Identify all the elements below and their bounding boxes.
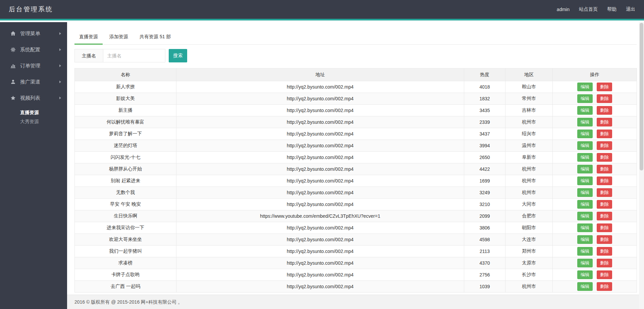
cell-operations: 编辑删除 xyxy=(553,93,637,105)
edit-button[interactable]: 编辑 xyxy=(577,200,593,209)
cell-area: 杭州市 xyxy=(505,116,553,128)
cell-operations: 编辑删除 xyxy=(553,234,637,246)
table-row: 卡牌子点歌哟http://yq2.bysunto.com/002.mp42756… xyxy=(75,269,637,281)
search-label: 主播名 xyxy=(74,49,103,62)
delete-button[interactable]: 删除 xyxy=(597,200,612,209)
cell-url: http://yq2.bysunto.com/002.mp4 xyxy=(176,116,464,128)
cell-url: http://yq2.bysunto.com/002.mp4 xyxy=(176,81,464,93)
cell-name: 迷茫的灯塔 xyxy=(75,140,176,152)
sidebar-item-system[interactable]: 系统配置 xyxy=(0,42,67,58)
cell-name: 求凑榜 xyxy=(75,257,176,269)
delete-button[interactable]: 删除 xyxy=(597,270,612,279)
edit-button[interactable]: 编辑 xyxy=(577,165,593,173)
cell-area: 绍兴市 xyxy=(505,128,553,140)
cell-url: http://yq2.bysunto.com/002.mp4 xyxy=(176,257,464,269)
cell-heat: 2099 xyxy=(464,210,505,222)
delete-button[interactable]: 删除 xyxy=(597,165,612,173)
edit-button[interactable]: 编辑 xyxy=(577,235,593,244)
navbar-link-site-home[interactable]: 站点首页 xyxy=(579,6,598,12)
search-form: 主播名 搜索 xyxy=(74,49,637,62)
edit-button[interactable]: 编辑 xyxy=(577,259,593,267)
edit-button[interactable]: 编辑 xyxy=(577,270,593,279)
sidebar-item-label: 管理菜单 xyxy=(20,31,59,37)
cell-url: http://yq2.bysunto.com/002.mp4 xyxy=(176,246,464,257)
edit-button[interactable]: 编辑 xyxy=(577,223,593,232)
cell-heat: 3994 xyxy=(464,140,505,152)
cell-name: 卡牌子点歌哟 xyxy=(75,269,176,281)
delete-button[interactable]: 删除 xyxy=(597,141,612,150)
edit-button[interactable]: 编辑 xyxy=(577,247,593,256)
edit-button[interactable]: 编辑 xyxy=(577,141,593,150)
delete-button[interactable]: 删除 xyxy=(597,153,612,162)
cell-url: http://yq2.bysunto.com/002.mp4 xyxy=(176,269,464,281)
search-button[interactable]: 搜索 xyxy=(169,49,187,62)
scrollbar-thumb[interactable] xyxy=(640,23,643,170)
edit-button[interactable]: 编辑 xyxy=(577,130,593,138)
delete-button[interactable]: 删除 xyxy=(597,83,612,91)
tab-live-resources[interactable]: 直播资源 xyxy=(74,31,103,45)
navbar-link-help[interactable]: 帮助 xyxy=(607,6,616,12)
table-header-row: 名称地址热度地区操作 xyxy=(75,68,637,81)
delete-button[interactable]: 删除 xyxy=(597,259,612,267)
column-header: 名称 xyxy=(75,68,176,81)
search-input[interactable] xyxy=(103,49,165,62)
delete-button[interactable]: 删除 xyxy=(597,118,612,126)
table-row: 何以解忧唯有暴富http://yq2.bysunto.com/002.mp423… xyxy=(75,116,637,128)
sidebar-item-videos[interactable]: 视频列表 xyxy=(0,90,67,106)
cell-name: 别闹 赶紧进来 xyxy=(75,175,176,187)
edit-button[interactable]: 编辑 xyxy=(577,212,593,220)
table-row: 进来我采访你一下http://yq2.bysunto.com/002.mp438… xyxy=(75,222,637,234)
user-icon xyxy=(10,79,17,85)
sidebar-subitem-live-resources[interactable]: 直播资源 xyxy=(0,108,67,117)
delete-button[interactable]: 删除 xyxy=(597,106,612,115)
tab-add-resource[interactable]: 添加资源 xyxy=(105,31,133,45)
edit-button[interactable]: 编辑 xyxy=(577,118,593,126)
cell-operations: 编辑删除 xyxy=(553,116,637,128)
delete-button[interactable]: 删除 xyxy=(597,282,612,291)
sidebar-item-label: 订单管理 xyxy=(20,63,59,69)
cell-heat: 4422 xyxy=(464,163,505,175)
delete-button[interactable]: 删除 xyxy=(597,130,612,138)
delete-button[interactable]: 删除 xyxy=(597,223,612,232)
navbar-link-admin[interactable]: admin xyxy=(557,7,570,12)
scrollbar-track[interactable] xyxy=(639,22,644,309)
cell-heat: 2756 xyxy=(464,269,505,281)
edit-button[interactable]: 编辑 xyxy=(577,94,593,103)
cell-name: 早安 午安 晚安 xyxy=(75,199,176,210)
navbar-link-logout[interactable]: 退出 xyxy=(626,6,635,12)
sidebar-subitem-show-resources[interactable]: 大秀资源 xyxy=(0,117,67,126)
table-row: 新主播http://yq2.bysunto.com/002.mp43435吉林市… xyxy=(75,105,637,116)
delete-button[interactable]: 删除 xyxy=(597,247,612,256)
delete-button[interactable]: 删除 xyxy=(597,235,612,244)
table-row: 杨胖胖从心开始http://yq2.bysunto.com/002.mp4442… xyxy=(75,163,637,175)
edit-button[interactable]: 编辑 xyxy=(577,188,593,197)
cell-area: 杭州市 xyxy=(505,163,553,175)
edit-button[interactable]: 编辑 xyxy=(577,106,593,115)
delete-button[interactable]: 删除 xyxy=(597,188,612,197)
main-content: 直播资源添加资源共有资源 51 部 主播名 搜索 名称地址热度地区操作 新人求撩… xyxy=(67,22,644,309)
cell-area: 杭州市 xyxy=(505,187,553,199)
edit-button[interactable]: 编辑 xyxy=(577,153,593,162)
cell-area: 常州市 xyxy=(505,93,553,105)
sidebar-item-promotion[interactable]: 推广渠道 xyxy=(0,74,67,90)
cell-area: 朝阳市 xyxy=(505,222,553,234)
edit-button[interactable]: 编辑 xyxy=(577,176,593,185)
cell-area: 杭州市 xyxy=(505,175,553,187)
chevron-right-icon xyxy=(59,81,61,83)
delete-button[interactable]: 删除 xyxy=(597,94,612,103)
delete-button[interactable]: 删除 xyxy=(597,212,612,220)
edit-button[interactable]: 编辑 xyxy=(577,83,593,91)
cell-area: 杭州市 xyxy=(505,281,553,293)
sidebar-item-orders[interactable]: 订单管理 xyxy=(0,58,67,74)
gear-icon xyxy=(10,47,17,52)
cell-operations: 编辑删除 xyxy=(553,210,637,222)
cell-name: 影娱大美 xyxy=(75,93,176,105)
cell-name: 生日快乐啊 xyxy=(75,210,176,222)
sidebar-item-menu[interactable]: 管理菜单 xyxy=(0,25,67,42)
cell-url: http://yq2.bysunto.com/002.mp4 xyxy=(176,175,464,187)
cell-area: 郑州市 xyxy=(505,246,553,257)
tab-resource-count[interactable]: 共有资源 51 部 xyxy=(135,31,175,45)
chevron-right-icon xyxy=(59,97,61,99)
delete-button[interactable]: 删除 xyxy=(597,176,612,185)
edit-button[interactable]: 编辑 xyxy=(577,282,593,291)
